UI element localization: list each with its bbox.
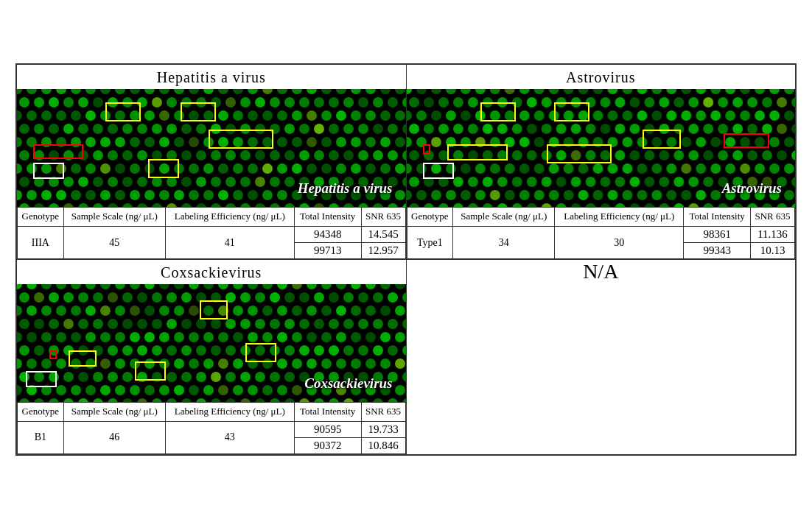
na-section: N/A xyxy=(406,260,796,455)
hep-labeling: 41 xyxy=(165,227,294,259)
cox-labeling: 43 xyxy=(165,421,294,453)
hep-snr-2: 12.957 xyxy=(361,243,405,259)
hepatitis-section: Hepatitis a virus Hepatitis a virus Geno… xyxy=(16,64,406,259)
rect-hep-4 xyxy=(148,159,179,178)
coxsackievirus-data-table: Genotype Sample Scale (ng/ μL) Labeling … xyxy=(17,402,406,454)
rect-astro-8 xyxy=(423,163,454,179)
hep-header-snr: SNR 635 xyxy=(361,208,405,227)
rect-astro-4 xyxy=(643,130,681,149)
rect-hep-5 xyxy=(33,144,83,159)
astro-genotype: Type1 xyxy=(407,227,453,259)
cox-sample: 46 xyxy=(63,421,165,453)
cox-header-snr: SNR 635 xyxy=(361,403,405,422)
astro-total-2: 99343 xyxy=(684,243,751,259)
rect-hep-3 xyxy=(209,130,273,149)
astro-sample: 34 xyxy=(453,227,555,259)
coxsackievirus-header-row: Genotype Sample Scale (ng/ μL) Labeling … xyxy=(18,403,406,422)
hepatitis-data-row-1: IIIA 45 41 94348 14.545 xyxy=(18,227,406,243)
hep-total-2: 99713 xyxy=(294,243,361,259)
astrovirus-section: Astrovirus Astrovirus Genotype Sample Sc… xyxy=(406,64,796,259)
hepatitis-image: Hepatitis a virus xyxy=(17,89,406,207)
rect-astro-3 xyxy=(547,144,612,163)
cox-header-total: Total Intensity xyxy=(294,403,361,422)
cox-genotype: B1 xyxy=(18,421,64,453)
hep-header-labeling: Labeling Efficiency (ng/ μL) xyxy=(165,208,294,227)
rect-cox-2 xyxy=(245,343,276,362)
astro-header-snr: SNR 635 xyxy=(751,208,795,227)
main-table: Hepatitis a virus Hepatitis a virus Geno… xyxy=(15,63,797,456)
astro-total-1: 98361 xyxy=(684,227,751,243)
astro-header-labeling: Labeling Efficiency (ng/ μL) xyxy=(555,208,684,227)
rect-astro-1 xyxy=(480,102,516,121)
rect-cox-3 xyxy=(135,361,166,381)
astro-snr-1: 11.136 xyxy=(751,227,795,243)
hep-total-1: 94348 xyxy=(294,227,361,243)
rect-cox-5 xyxy=(69,350,97,367)
astro-header-total: Total Intensity xyxy=(684,208,751,227)
astrovirus-data-row-1: Type1 34 30 98361 11.136 xyxy=(407,227,795,243)
coxsackievirus-title: Coxsackievirus xyxy=(17,260,406,284)
rect-hep-2 xyxy=(181,102,216,121)
hep-header-genotype: Genotype xyxy=(18,208,64,227)
hep-header-sample: Sample Scale (ng/ μL) xyxy=(63,208,165,227)
astrovirus-image-label: Astrovirus xyxy=(722,180,782,197)
coxsackievirus-data-row-1: B1 46 43 90595 19.733 xyxy=(18,421,406,437)
cox-header-sample: Sample Scale (ng/ μL) xyxy=(63,403,165,422)
astro-snr-2: 10.13 xyxy=(751,243,795,259)
astrovirus-data-table: Genotype Sample Scale (ng/ μL) Labeling … xyxy=(407,207,796,259)
cox-snr-1: 19.733 xyxy=(361,421,405,437)
rect-cox-6 xyxy=(26,371,57,387)
astrovirus-header-row: Genotype Sample Scale (ng/ μL) Labeling … xyxy=(407,208,795,227)
cox-header-labeling: Labeling Efficiency (ng/ μL) xyxy=(165,403,294,422)
rect-cox-1 xyxy=(200,300,228,319)
coxsackievirus-image: Coxsackievirus xyxy=(17,284,406,402)
coxsackievirus-section: Coxsackievirus Coxsackievirus Genotype S… xyxy=(16,260,406,455)
cox-total-1: 90595 xyxy=(294,421,361,437)
hepatitis-data-table: Genotype Sample Scale (ng/ μL) Labeling … xyxy=(17,207,406,259)
hep-sample: 45 xyxy=(63,227,165,259)
hepatitis-header-row: Genotype Sample Scale (ng/ μL) Labeling … xyxy=(18,208,406,227)
astrovirus-image: Astrovirus xyxy=(407,89,796,207)
rect-hep-6 xyxy=(33,163,64,179)
cox-total-2: 90372 xyxy=(294,437,361,453)
astro-labeling: 30 xyxy=(555,227,684,259)
rect-astro-7 xyxy=(724,133,769,148)
hep-header-total: Total Intensity xyxy=(294,208,361,227)
rect-astro-6 xyxy=(447,144,508,160)
na-label: N/A xyxy=(407,260,796,407)
astro-header-sample: Sample Scale (ng/ μL) xyxy=(453,208,555,227)
astrovirus-title: Astrovirus xyxy=(407,65,796,89)
rect-hep-1 xyxy=(105,102,141,121)
coxsackievirus-image-label: Coxsackievirus xyxy=(304,375,392,392)
hepatitis-image-label: Hepatitis a virus xyxy=(298,180,393,197)
hep-genotype: IIIA xyxy=(18,227,64,259)
astro-header-genotype: Genotype xyxy=(407,208,453,227)
hep-snr-1: 14.545 xyxy=(361,227,405,243)
cox-header-genotype: Genotype xyxy=(18,403,64,422)
hepatitis-title: Hepatitis a virus xyxy=(17,65,406,89)
rect-astro-2 xyxy=(554,102,589,121)
cox-snr-2: 10.846 xyxy=(361,437,405,453)
rect-cox-4 xyxy=(49,350,57,359)
rect-astro-5 xyxy=(423,144,430,155)
